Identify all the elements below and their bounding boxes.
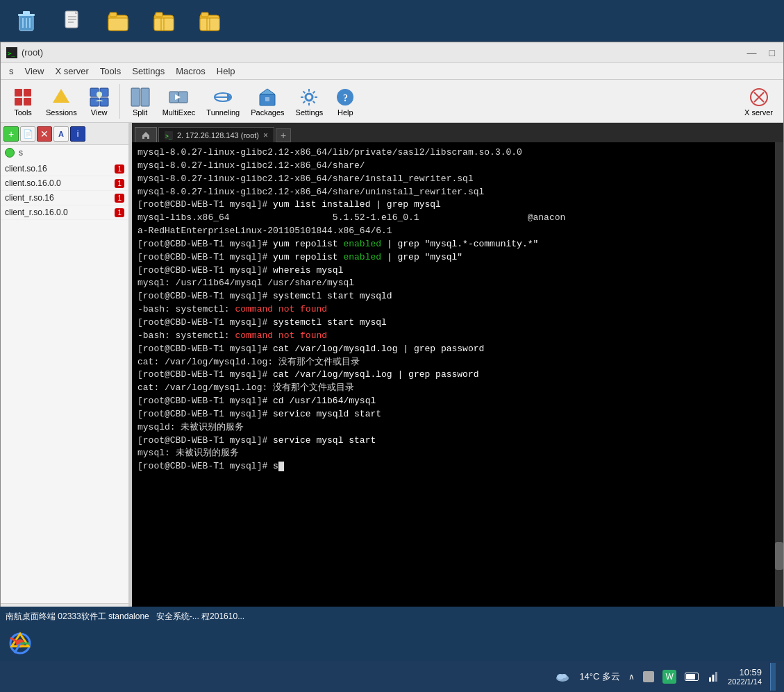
sidebar-item-3[interactable]: client_r.so.16 1 <box>1 191 128 205</box>
toolbar-tools-button[interactable]: Tools <box>6 83 40 120</box>
sidebar-item-2-badge: 1 <box>115 179 124 188</box>
settings-label: Settings <box>296 108 324 117</box>
home-tab[interactable] <box>135 127 157 142</box>
term-line-19: cat: /var/log/mysql.log: 没有那个文件或目录 <box>137 382 778 395</box>
svg-text:>_: >_ <box>8 50 15 57</box>
term-line-5: [root@CBD-WEB-T1 mysql]# yum list instal… <box>137 199 778 212</box>
app-icon: >_ <box>6 47 17 58</box>
status-text-2: 安全系统-... 程201610... <box>156 611 244 623</box>
svg-rect-11 <box>108 18 128 31</box>
minimize-button[interactable]: — <box>744 47 760 58</box>
status-bar: 南航桌面终端 02333软件工 standalone 安全系统-... 程201… <box>0 607 784 626</box>
sidebar-file-button[interactable]: 📄 <box>20 126 35 142</box>
show-desktop-button[interactable] <box>770 663 776 691</box>
toolbar-help-button[interactable]: ? Help <box>329 83 361 120</box>
sidebar-item-4[interactable]: client_r.so.16.0.0 1 <box>1 205 128 220</box>
term-line-21: [root@CBD-WEB-T1 mysql]# service mysqld … <box>137 408 778 421</box>
sidebar-item-3-label: client_r.so.16 <box>5 193 115 203</box>
svg-rect-12 <box>110 12 117 17</box>
toolbar-packages-button[interactable]: Packages <box>246 83 289 120</box>
svg-rect-18 <box>201 12 208 17</box>
term-line-17: cat: /var/log/mysqld.log: 没有那个文件或目录 <box>137 356 778 369</box>
folder-icon-2[interactable] <box>151 8 176 33</box>
menu-item-s[interactable]: s <box>3 65 19 78</box>
terminal-tab-icon: >_ <box>165 131 173 140</box>
sidebar-item-1[interactable]: client.so.16 1 <box>1 162 128 176</box>
svg-rect-43 <box>265 97 269 101</box>
svg-rect-32 <box>100 98 108 106</box>
svg-point-44 <box>306 94 312 101</box>
clock-date: 2022/1/14 <box>728 677 762 686</box>
term-line-18: [root@CBD-WEB-T1 mysql]# cat /var/log/my… <box>137 369 778 382</box>
svg-line-49 <box>303 91 306 93</box>
sidebar-item-4-label: client_r.so.16.0.0 <box>5 208 115 217</box>
menu-item-settings[interactable]: Settings <box>126 65 170 78</box>
status-dot <box>5 148 15 158</box>
sidebar-item-3-badge: 1 <box>115 194 124 203</box>
sidebar-item-2[interactable]: client.so.16.0.0 1 <box>1 176 128 191</box>
sidebar-status: s <box>1 145 128 160</box>
term-line-14: [root@CBD-WEB-T1 mysql]# systemctl start… <box>137 317 778 330</box>
tray-icon-1 <box>643 671 654 682</box>
maximize-button[interactable]: □ <box>767 47 778 58</box>
tools-label: Tools <box>14 108 32 117</box>
menu-item-help[interactable]: Help <box>211 65 241 78</box>
terminal-scrollbar[interactable] <box>775 142 783 625</box>
tray-icon-wechat[interactable]: W <box>662 670 676 684</box>
toolbar-view-button[interactable]: View <box>83 83 115 120</box>
sidebar-close-button[interactable]: ✕ <box>37 126 52 142</box>
svg-text:?: ? <box>343 93 348 103</box>
terminal-content[interactable]: mysql-8.0.27-linux-glibc2.12-x86_64/lib/… <box>132 142 783 625</box>
term-line-1: mysql-8.0.27-linux-glibc2.12-x86_64/lib/… <box>137 146 778 160</box>
clock-time: 10:59 <box>728 667 762 677</box>
svg-rect-67 <box>715 672 717 682</box>
weather-text: 14°C 多云 <box>579 670 620 683</box>
menu-bar: s View X server Tools Settings Macros He… <box>1 63 783 80</box>
term-line-24: mysql: 未被识别的服务 <box>137 447 778 460</box>
cloud-icon <box>554 668 571 685</box>
taskbar-tray: 14°C 多云 ∧ W 10:59 2022/1/14 <box>0 661 784 692</box>
close-tab-button[interactable]: × <box>263 130 268 140</box>
session-tab[interactable]: >_ 2. 172.26.128.143 (root) × <box>158 127 274 142</box>
sidebar-add-button[interactable]: + <box>3 126 19 142</box>
menu-item-view[interactable]: View <box>19 65 50 78</box>
toolbar-settings-button[interactable]: Settings <box>291 83 328 120</box>
tools-icon <box>12 86 34 108</box>
toolbar-sessions-button[interactable]: Sessions <box>41 83 82 120</box>
app-window: >_ (root) — □ s View X server Tools Sett… <box>0 42 784 625</box>
term-line-15: -bash: systemctl: command not found <box>137 330 778 343</box>
svg-rect-25 <box>15 98 22 106</box>
toolbar: Tools Sessions View <box>1 80 783 123</box>
tray-arrow[interactable]: ∧ <box>628 672 635 682</box>
term-line-10: [root@CBD-WEB-T1 mysql]# whereis mysql <box>137 264 778 278</box>
taskbar-items-row <box>0 626 784 661</box>
toolbar-tunneling-button[interactable]: Tunneling <box>201 83 244 120</box>
toolbar-xserver-button[interactable]: X server <box>740 83 778 120</box>
add-tab-button[interactable]: + <box>276 128 291 142</box>
xserver-label: X server <box>744 108 773 117</box>
toolbar-split-button[interactable]: Split <box>124 83 156 120</box>
recycle-bin-icon[interactable] <box>14 8 39 33</box>
svg-line-52 <box>303 101 306 103</box>
file-icon[interactable] <box>60 8 85 33</box>
menu-item-xserver[interactable]: X server <box>49 65 94 78</box>
folder-icon-1[interactable] <box>106 8 131 33</box>
svg-rect-34 <box>131 88 140 106</box>
tunneling-icon <box>212 86 234 108</box>
clock[interactable]: 10:59 2022/1/14 <box>728 667 762 686</box>
folder-icon-3[interactable] <box>197 8 222 33</box>
term-line-16: [root@CBD-WEB-T1 mysql]# cat /var/log/my… <box>137 343 778 356</box>
menu-item-macros[interactable]: Macros <box>170 65 211 78</box>
menu-item-tools[interactable]: Tools <box>94 65 126 78</box>
sidebar-label-button[interactable]: A <box>53 126 69 142</box>
packages-icon <box>256 86 278 108</box>
settings-icon <box>298 86 320 108</box>
svg-rect-24 <box>24 89 31 96</box>
start-button-area[interactable] <box>6 629 35 658</box>
term-line-2: mysql-8.0.27-linux-glibc2.12-x86_64/shar… <box>137 160 778 173</box>
svg-rect-26 <box>24 98 31 106</box>
sidebar-info-button[interactable]: i <box>70 126 85 142</box>
session-tab-label: 2. 172.26.128.143 (root) <box>177 131 259 140</box>
toolbar-separator-1 <box>119 84 120 119</box>
toolbar-multiexec-button[interactable]: MultiExec <box>158 83 201 120</box>
